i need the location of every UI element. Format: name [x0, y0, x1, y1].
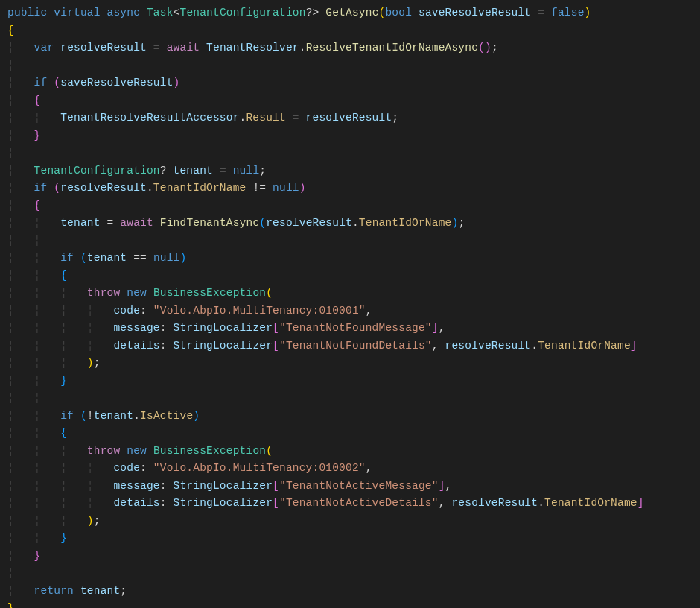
code-line: ¦ ¦ tenant = await FindTenantAsync(resol… [7, 217, 465, 229]
code-line: ¦ ¦ ¦ ); [7, 515, 101, 527]
code-line: ¦ ¦ } [7, 532, 67, 544]
code-line: ¦ { [7, 200, 41, 212]
code-line: ¦ ¦ ¦ ¦ details: StringLocalizer["Tenant… [7, 497, 644, 509]
code-line: ¦ ¦ ¦ ¦ code: "Volo.AbpIo.MultiTenancy:0… [7, 305, 372, 317]
code-line: ¦ return tenant; [7, 585, 127, 597]
code-line: ¦ ¦ } [7, 375, 67, 387]
code-line: ¦ } [7, 130, 41, 142]
code-line: ¦ var resolveResult = await TenantResolv… [7, 42, 498, 54]
code-line: } [7, 602, 14, 608]
code-line: public virtual async Task<TenantConfigur… [7, 7, 591, 19]
code-line: ¦ ¦ [7, 235, 41, 247]
code-line: ¦ } [7, 550, 41, 562]
code-line: ¦ ¦ ¦ ¦ code: "Volo.AbpIo.MultiTenancy:0… [7, 462, 372, 474]
code-line: ¦ ¦ if (tenant == null) [7, 252, 186, 264]
code-line: ¦ TenantConfiguration? tenant = null; [7, 165, 266, 177]
code-line: ¦ ¦ ¦ throw new BusinessException( [7, 287, 273, 299]
code-line: { [7, 25, 14, 37]
code-line: ¦ [7, 60, 14, 72]
code-line: ¦ ¦ { [7, 270, 67, 282]
code-line: ¦ ¦ ¦ ¦ message: StringLocalizer["Tenant… [7, 322, 445, 334]
code-line: ¦ ¦ { [7, 427, 67, 439]
code-line: ¦ ¦ ¦ throw new BusinessException( [7, 445, 273, 457]
code-line: ¦ ¦ if (!tenant.IsActive) [7, 410, 200, 422]
code-line: ¦ ¦ TenantResolveResultAccessor.Result =… [7, 112, 398, 124]
code-editor[interactable]: public virtual async Task<TenantConfigur… [0, 0, 700, 608]
code-line: ¦ if (resolveResult.TenantIdOrName != nu… [7, 182, 306, 194]
code-line: ¦ [7, 147, 14, 159]
code-line: ¦ ¦ ¦ ); [7, 357, 101, 369]
code-line: ¦ { [7, 95, 41, 107]
code-line: ¦ ¦ ¦ ¦ details: StringLocalizer["Tenant… [7, 340, 637, 352]
code-line: ¦ if (saveResolveResult) [7, 77, 179, 89]
code-line: ¦ [7, 567, 14, 579]
code-line: ¦ ¦ ¦ ¦ message: StringLocalizer["Tenant… [7, 480, 451, 492]
code-line: ¦ ¦ [7, 392, 41, 404]
